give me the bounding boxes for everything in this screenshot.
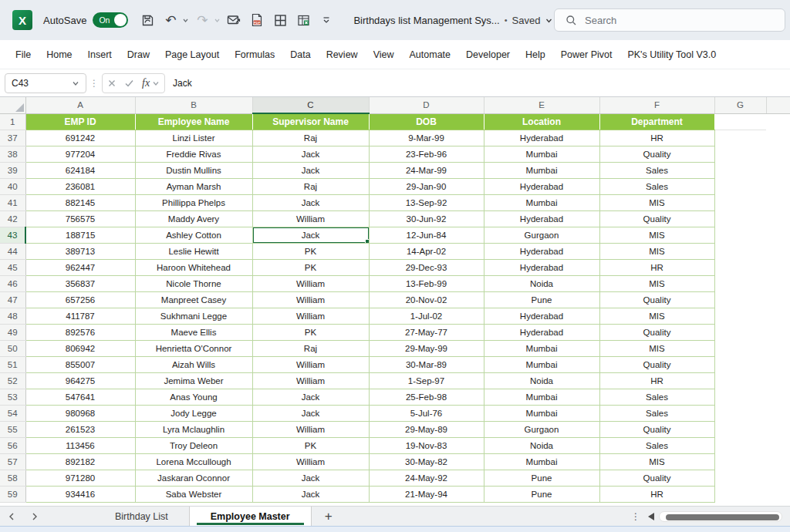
cell-a44[interactable]: 389713 [25, 243, 135, 259]
cell-e51[interactable]: Mumbai [484, 356, 599, 372]
cell-f47[interactable]: Quality [599, 291, 714, 308]
cell-e56[interactable]: Noida [484, 437, 599, 453]
cell-e55[interactable]: Gurgaon [484, 421, 599, 437]
row-header-39[interactable]: 39 [0, 162, 25, 178]
cell-b47[interactable]: Manpreet Casey [135, 291, 252, 308]
cell-b50[interactable]: Henrietta O'Connor [135, 340, 252, 356]
cell-f48[interactable]: MIS [599, 308, 714, 324]
borders-button[interactable] [270, 10, 290, 30]
ribbon-tab-help[interactable]: Help [518, 40, 553, 69]
cell-b39[interactable]: Dustin Mullins [135, 162, 252, 178]
cell-b48[interactable]: Sukhmani Legge [135, 308, 252, 324]
cell-c38[interactable]: Jack [252, 146, 369, 162]
cell-e58[interactable]: Pune [484, 470, 599, 486]
cell-c59[interactable]: Jack [252, 486, 369, 502]
add-sheet-button[interactable]: + [312, 507, 346, 526]
cell-a42[interactable]: 756575 [25, 210, 135, 227]
cell-b41[interactable]: Phillippa Phelps [135, 194, 252, 210]
column-header-e[interactable]: E [484, 97, 599, 113]
cell-f52[interactable]: HR [599, 372, 714, 389]
cell-a39[interactable]: 624184 [25, 162, 135, 178]
cell-g56[interactable] [714, 437, 766, 453]
cell-a41[interactable]: 882145 [25, 194, 135, 210]
cell-d45[interactable]: 29-Dec-93 [369, 259, 484, 275]
excel-logo-icon[interactable]: X [12, 10, 32, 30]
cell-a50[interactable]: 806942 [25, 340, 135, 356]
redo-dropdown-icon[interactable] [214, 17, 221, 24]
header-cell-supervisor-name[interactable]: Supervisor Name [252, 113, 369, 130]
cell-a54[interactable]: 980968 [25, 405, 135, 421]
cell-c42[interactable]: William [252, 210, 369, 227]
cell-b51[interactable]: Aizah Wills [135, 356, 252, 372]
row-header-59[interactable]: 59 [0, 486, 25, 502]
cell-a43[interactable]: 188715 [25, 227, 135, 243]
column-header-b[interactable]: B [135, 97, 252, 113]
row-header-57[interactable]: 57 [0, 453, 25, 470]
row-header-45[interactable]: 45 [0, 259, 25, 275]
cell-f45[interactable]: HR [599, 259, 714, 275]
cell-f53[interactable]: Sales [599, 389, 714, 405]
cell-f41[interactable]: MIS [599, 194, 714, 210]
ribbon-tab-review[interactable]: Review [319, 40, 366, 69]
cell-a59[interactable]: 934416 [25, 486, 135, 502]
cell-b37[interactable]: Linzi Lister [135, 130, 252, 146]
cell-e37[interactable]: Hyderabad [484, 130, 599, 146]
column-header-a[interactable]: A [25, 97, 135, 113]
cell-d42[interactable]: 30-Jun-92 [369, 210, 484, 227]
cell-f55[interactable]: Quality [599, 421, 714, 437]
cell-b38[interactable]: Freddie Rivas [135, 146, 252, 162]
header-cell-department[interactable]: Department [599, 113, 714, 130]
row-header-44[interactable]: 44 [0, 243, 25, 259]
cell-a45[interactable]: 962447 [25, 259, 135, 275]
cell-b40[interactable]: Ayman Marsh [135, 178, 252, 194]
cell-e38[interactable]: Mumbai [484, 146, 599, 162]
formula-bar-grip[interactable]: ⋮ [89, 78, 100, 89]
cell-e52[interactable]: Noida [484, 372, 599, 389]
cell-b43[interactable]: Ashley Cotton [135, 227, 252, 243]
ribbon-tab-file[interactable]: File [8, 40, 39, 69]
cell-a55[interactable]: 261523 [25, 421, 135, 437]
cell-f59[interactable]: HR [599, 486, 714, 502]
cell-g39[interactable] [714, 162, 766, 178]
cell-b57[interactable]: Lorena Mccullough [135, 453, 252, 470]
cell-e59[interactable]: Pune [484, 486, 599, 502]
cell-b52[interactable]: Jemima Weber [135, 372, 252, 389]
cell-a37[interactable]: 691242 [25, 130, 135, 146]
cell-b59[interactable]: Saba Webster [135, 486, 252, 502]
cell-f43[interactable]: MIS [599, 227, 714, 243]
header-cell-dob[interactable]: DOB [369, 113, 484, 130]
column-header-c[interactable]: C [252, 97, 369, 113]
cell-g58[interactable] [714, 470, 766, 486]
row-header-40[interactable]: 40 [0, 178, 25, 194]
cell-c40[interactable]: Raj [252, 178, 369, 194]
cell-a57[interactable]: 892182 [25, 453, 135, 470]
cell-d58[interactable]: 24-May-92 [369, 470, 484, 486]
cell-g46[interactable] [714, 275, 766, 291]
cell-c52[interactable]: William [252, 372, 369, 389]
cell-g48[interactable] [714, 308, 766, 324]
cell-c46[interactable]: William [252, 275, 369, 291]
cell-a49[interactable]: 892576 [25, 324, 135, 340]
cell-d38[interactable]: 23-Feb-96 [369, 146, 484, 162]
cell-a48[interactable]: 411787 [25, 308, 135, 324]
row-header-53[interactable]: 53 [0, 389, 25, 405]
sheet-nav-next-button[interactable] [23, 507, 46, 526]
cell-g47[interactable] [714, 291, 766, 308]
cell-c51[interactable]: William [252, 356, 369, 372]
cell-c41[interactable]: Jack [252, 194, 369, 210]
cell-c43[interactable]: Jack [252, 227, 369, 243]
cell-b45[interactable]: Haroon Whitehead [135, 259, 252, 275]
cell-e43[interactable]: Gurgaon [484, 227, 599, 243]
customize-toolbar-button[interactable] [316, 10, 336, 30]
ribbon-tab-formulas[interactable]: Formulas [227, 40, 282, 69]
cell-g1[interactable] [714, 113, 766, 130]
row-header-1[interactable]: 1 [0, 113, 25, 130]
ribbon-tab-home[interactable]: Home [39, 40, 79, 69]
cell-e44[interactable]: Hyderabad [484, 243, 599, 259]
cell-g51[interactable] [714, 356, 766, 372]
cell-d55[interactable]: 29-May-89 [369, 421, 484, 437]
ribbon-tab-insert[interactable]: Insert [80, 40, 120, 69]
cell-d46[interactable]: 13-Feb-99 [369, 275, 484, 291]
cell-a58[interactable]: 971280 [25, 470, 135, 486]
sheet-nav-prev-button[interactable] [0, 507, 23, 526]
